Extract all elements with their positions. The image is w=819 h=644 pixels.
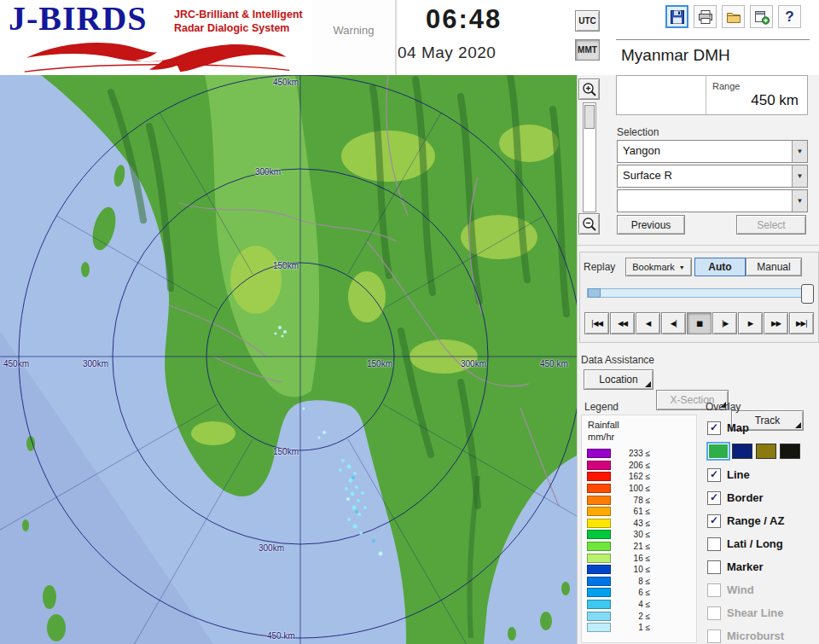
print-button[interactable] xyxy=(694,5,717,28)
slider-start-marker xyxy=(588,288,601,298)
bookmark-button[interactable]: Bookmark ▼ xyxy=(625,258,692,276)
overlay-item-wind[interactable]: Wind xyxy=(707,578,816,601)
select-button[interactable]: Select xyxy=(736,215,806,235)
zoom-slider[interactable] xyxy=(583,102,596,212)
legend-value-label: 8 ≤ xyxy=(611,577,650,586)
playback-play-button[interactable]: ▶ xyxy=(738,312,763,334)
previous-button[interactable]: Previous xyxy=(617,215,685,235)
zoom-slider-thumb[interactable] xyxy=(584,105,595,129)
utc-button[interactable]: UTC xyxy=(575,10,600,32)
legend-color-swatch xyxy=(587,530,611,539)
legend-color-swatch xyxy=(587,461,611,470)
legend-row: 1 ≤ xyxy=(587,622,650,634)
checkbox[interactable]: ✓ xyxy=(707,421,721,435)
overlay-item-marker[interactable]: Marker xyxy=(707,555,816,578)
overlay-item-border[interactable]: ✓Border xyxy=(707,486,816,509)
selection-dropdown-option[interactable]: ▼ xyxy=(617,189,808,212)
warning-label: Warning xyxy=(334,24,375,37)
legend-color-swatch xyxy=(587,612,611,621)
legend-row: 78 ≤ xyxy=(587,494,650,506)
legend-color-swatch xyxy=(587,588,611,597)
playback-fast-forward-button[interactable]: ▶▶ xyxy=(764,312,788,334)
playback-fast-rewind-button[interactable]: ◀◀ xyxy=(610,312,635,334)
legend-value-label: 2 ≤ xyxy=(611,612,650,621)
map-color-swatch[interactable] xyxy=(756,444,776,459)
checkbox[interactable] xyxy=(707,560,721,574)
zoom-out-button[interactable] xyxy=(578,213,600,235)
clock-date: 04 May 2020 xyxy=(398,44,496,62)
overlay-item-map[interactable]: ✓Map xyxy=(707,416,816,439)
checkbox[interactable]: ✓ xyxy=(707,514,721,528)
checkbox[interactable] xyxy=(707,537,721,551)
checkbox[interactable]: ✓ xyxy=(707,468,721,482)
chevron-down-icon[interactable]: ▼ xyxy=(792,190,807,212)
playback-step-forward-button[interactable]: |▶ xyxy=(712,312,737,334)
mmt-button[interactable]: MMT xyxy=(575,39,600,61)
legend-value-label: 10 ≤ xyxy=(611,565,650,574)
overlay-item-label: Wind xyxy=(727,583,754,596)
legend-unit-line2: mm/hr xyxy=(588,432,614,442)
playback-step-back-button[interactable]: ◀| xyxy=(661,312,686,334)
playback-skip-to-start-button[interactable]: |◀◀ xyxy=(584,312,609,334)
location-button[interactable]: Location xyxy=(584,369,653,390)
slider-thumb[interactable] xyxy=(801,284,814,304)
help-button[interactable]: ? xyxy=(778,5,801,28)
map-color-options xyxy=(707,439,816,463)
legend-value-label: 61 ≤ xyxy=(611,507,650,516)
legend-value-label: 206 ≤ xyxy=(611,461,650,470)
range-value: 450 km xyxy=(751,92,799,109)
chevron-down-icon[interactable]: ▼ xyxy=(792,141,807,162)
overlay-item-label: Border xyxy=(727,491,764,504)
divider xyxy=(578,245,819,246)
zoom-in-icon xyxy=(582,82,597,97)
legend-unit-line1: Rainfall xyxy=(588,420,619,430)
overlay-item-label: Lati / Long xyxy=(727,537,783,550)
legend-color-swatch xyxy=(587,600,611,609)
checkbox[interactable] xyxy=(707,629,721,643)
print-icon xyxy=(697,9,714,26)
legend-color-swatch xyxy=(587,554,611,563)
warning-button[interactable]: Warning xyxy=(312,0,397,75)
overlay-panel: ✓Map✓Line✓Border✓Range / AZLati / LongMa… xyxy=(700,415,818,641)
legend-value-label: 30 ≤ xyxy=(611,530,650,539)
checkbox[interactable]: ✓ xyxy=(707,491,721,505)
legend-value-label: 4 ≤ xyxy=(611,600,650,609)
radar-map-image xyxy=(0,75,577,644)
map-color-swatch[interactable] xyxy=(708,444,729,459)
checkbox[interactable] xyxy=(707,583,721,597)
open-folder-button[interactable] xyxy=(722,5,745,28)
chevron-down-icon[interactable]: ▼ xyxy=(792,165,807,187)
legend-value-label: 6 ≤ xyxy=(611,588,650,597)
replay-timeline-slider[interactable] xyxy=(587,288,812,298)
legend-row: 6 ≤ xyxy=(587,587,650,599)
map-color-swatch[interactable] xyxy=(732,444,752,459)
legend-row: 43 ≤ xyxy=(587,518,650,530)
overlay-item-label: Map xyxy=(727,421,749,434)
overlay-item-line[interactable]: ✓Line xyxy=(707,463,816,486)
overlay-item-range-az[interactable]: ✓Range / AZ xyxy=(707,509,816,532)
overlay-item-lati-long[interactable]: Lati / Long xyxy=(707,532,816,555)
overlay-item-shear-line[interactable]: Shear Line xyxy=(707,601,816,624)
manual-mode-button[interactable]: Manual xyxy=(746,258,802,276)
playback-stop-button[interactable]: ■ xyxy=(687,312,712,334)
playback-play-reverse-button[interactable]: ◀ xyxy=(636,312,660,334)
logo-tagline: JRC-Brilliant & Intelligent Radar Dialog… xyxy=(174,8,303,35)
legend-color-swatch xyxy=(587,542,611,551)
toolbar: ? xyxy=(665,5,801,28)
new-window-icon xyxy=(753,9,770,26)
selection-dropdown-station[interactable]: Yangon ▼ xyxy=(617,140,808,163)
zoom-in-button[interactable] xyxy=(578,78,600,100)
overlay-item-microburst[interactable]: Microburst xyxy=(707,624,816,644)
playback-skip-to-end-button[interactable]: ▶▶| xyxy=(789,312,814,334)
selection-dropdown-product[interactable]: Surface R ▼ xyxy=(617,165,808,188)
chevron-down-icon: ▼ xyxy=(679,264,685,270)
auto-mode-button[interactable]: Auto xyxy=(694,258,746,276)
map-color-swatch[interactable] xyxy=(780,444,800,459)
save-button[interactable] xyxy=(665,5,688,28)
legend-value-label: 78 ≤ xyxy=(611,496,650,505)
folder-icon xyxy=(725,9,742,26)
new-window-button[interactable] xyxy=(750,5,773,28)
checkbox[interactable] xyxy=(707,606,721,620)
radar-map[interactable]: 450km300km150km150km300km450 km450km300k… xyxy=(0,75,577,644)
legend-row: 2 ≤ xyxy=(587,610,650,622)
